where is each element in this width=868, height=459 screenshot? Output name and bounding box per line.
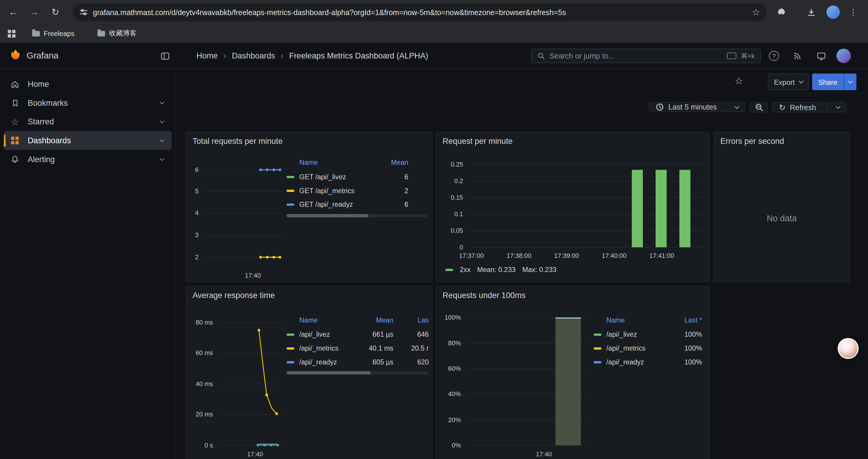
sidebar-item-alerting[interactable]: Alerting	[4, 150, 172, 169]
extensions-button[interactable]	[773, 4, 788, 20]
panel-title[interactable]: Errors per second	[720, 137, 784, 145]
series-dash	[593, 347, 601, 349]
browser-forward-button[interactable]: →	[27, 4, 42, 20]
time-range-picker[interactable]: Last 5 minutes	[649, 102, 745, 112]
series-dash	[286, 333, 294, 335]
series-name[interactable]: GET /api/_readyz	[299, 201, 370, 208]
series-last: 646	[393, 330, 429, 338]
legend-header-last[interactable]: Las	[393, 316, 429, 324]
x-axis-tick: 17:37:00	[456, 252, 487, 259]
legend-row[interactable]: GET /api/_livez 6	[286, 170, 408, 184]
chevron-down-icon	[848, 79, 852, 84]
brand-text[interactable]: Grafana	[27, 42, 59, 68]
legend-header-name[interactable]: Name	[299, 159, 370, 166]
legend-row[interactable]: GET /api/_metrics 2	[286, 184, 408, 198]
sidebar-item-starred[interactable]: ☆ Starred	[4, 112, 172, 131]
legend-header-mean[interactable]: Mean	[354, 316, 393, 324]
bell-icon	[10, 155, 20, 164]
legend: 2xx Mean: 0.233 Max: 0.233	[445, 266, 556, 274]
url-text[interactable]: grafana.mathmast.com/d/deytv4rwavabkb/fr…	[93, 8, 752, 16]
legend-row[interactable]: /api/_metrics 40.1 ms 20.5 r	[286, 341, 429, 355]
legend-header-mean[interactable]: Mean	[370, 159, 408, 166]
search-input[interactable]: Search or jump to... ⌘+k	[531, 49, 761, 63]
legend-header[interactable]: Name Last *	[593, 313, 702, 328]
sidebar-item-label: Home	[28, 80, 49, 89]
scrollbar-thumb[interactable]	[286, 371, 371, 374]
sidebar-item-dashboards[interactable]: Dashboards	[4, 131, 172, 150]
legend-header[interactable]: Name Mean Las	[286, 313, 429, 328]
breadcrumb-item-dashboards[interactable]: Dashboards	[232, 51, 275, 60]
series-last: 100%	[671, 330, 702, 338]
bookmark-item-freeleaps[interactable]: Freeleaps	[32, 24, 74, 42]
legend-row[interactable]: GET /api/_readyz 6	[286, 198, 408, 211]
help-button[interactable]: ?	[766, 48, 782, 64]
y-axis-tick: 0.2	[439, 177, 463, 185]
apps-grid-button[interactable]	[8, 24, 16, 42]
series-mean: 605 µs	[354, 358, 393, 366]
share-label: Share	[818, 78, 838, 86]
legend-row[interactable]: /api/_metrics 100%	[593, 341, 702, 355]
series-name[interactable]: /api/_livez	[299, 330, 354, 338]
kebab-icon: ⋮	[849, 7, 857, 17]
breadcrumb-separator-icon: ›	[281, 51, 284, 61]
sidebar-toggle-button[interactable]	[157, 48, 173, 64]
panel-toggle-icon	[160, 51, 169, 61]
series-last: 100%	[671, 358, 702, 366]
y-axis-tick: 5	[186, 188, 198, 195]
legend-header-name[interactable]: Name	[606, 316, 671, 324]
series-name[interactable]: 2xx	[460, 266, 470, 274]
series-name[interactable]: /api/_readyz	[299, 358, 354, 366]
legend-row[interactable]: /api/_livez 100%	[593, 328, 702, 341]
zoom-out-button[interactable]	[749, 102, 768, 112]
series-name[interactable]: /api/_metrics	[606, 345, 671, 352]
legend-header-name[interactable]: Name	[299, 316, 354, 324]
site-info-icon[interactable]	[79, 8, 88, 17]
sidebar: Home Bookmarks ☆ Starred Dashboards	[0, 69, 176, 459]
monitor-icon	[816, 51, 826, 61]
grafana-profile-avatar[interactable]	[836, 49, 851, 63]
refresh-button[interactable]: ↻ Refresh	[773, 103, 822, 112]
series-name[interactable]: /api/_readyz	[606, 358, 671, 366]
bookmark-item-blog[interactable]: 收藏博客	[97, 24, 137, 42]
dashboard-subtoolbar: ☆ Export Share	[176, 69, 868, 94]
scrollbar-thumb[interactable]	[286, 214, 368, 218]
sidebar-item-bookmarks[interactable]: Bookmarks	[4, 93, 172, 112]
legend-row[interactable]: /api/_readyz 100%	[593, 355, 702, 369]
legend-row[interactable]: /api/_livez 661 µs 646	[286, 328, 429, 341]
export-button[interactable]: Export	[768, 73, 809, 90]
downloads-button[interactable]	[803, 4, 819, 20]
omnibox[interactable]: grafana.mathmast.com/d/deytv4rwavabkb/fr…	[72, 3, 767, 21]
kiosk-mode-button[interactable]	[813, 48, 829, 64]
favorite-star-button[interactable]: ☆	[735, 76, 743, 86]
series-name[interactable]: /api/_livez	[606, 330, 671, 338]
breadcrumb: Home › Dashboards › Freeleaps Metrics Da…	[196, 42, 428, 68]
series-name[interactable]: GET /api/_metrics	[299, 187, 370, 194]
legend-table: Name Mean Las /api/_livez 661 µs 646 /ap…	[286, 313, 429, 369]
panel-title[interactable]: Total requests per minute	[193, 137, 283, 145]
browser-profile-avatar[interactable]	[827, 6, 840, 19]
grafana-logo[interactable]	[9, 49, 22, 62]
news-button[interactable]	[789, 48, 805, 64]
legend-row[interactable]: /api/_readyz 605 µs 620	[286, 355, 429, 369]
browser-menu-button[interactable]: ⋮	[845, 4, 861, 20]
share-button[interactable]: Share	[812, 73, 843, 90]
legend-header[interactable]: Name Mean	[286, 155, 408, 170]
panel-title[interactable]: Requests under 100ms	[442, 291, 526, 300]
panel-title[interactable]: Average response time	[193, 291, 275, 300]
breadcrumb-item-home[interactable]: Home	[196, 51, 218, 60]
y-axis-tick: 3	[186, 231, 198, 239]
series-name[interactable]: GET /api/_livez	[299, 173, 370, 181]
sidebar-item-label: Starred	[28, 117, 54, 126]
panel-title[interactable]: Request per minute	[442, 137, 513, 145]
bookmark-star-icon[interactable]: ☆	[752, 7, 760, 17]
y-axis-tick: 0 s	[186, 441, 213, 449]
browser-back-button[interactable]: ←	[6, 4, 21, 20]
legend-header-last[interactable]: Last *	[671, 316, 702, 324]
browser-toolbar: ← → ↻ grafana.mathmast.com/d/deytv4rwava…	[0, 0, 868, 24]
series-name[interactable]: /api/_metrics	[299, 345, 354, 352]
share-dropdown-button[interactable]	[844, 73, 856, 90]
floating-extension-avatar[interactable]	[838, 338, 859, 359]
refresh-interval-dropdown[interactable]	[832, 106, 844, 109]
browser-reload-button[interactable]: ↻	[48, 4, 63, 20]
sidebar-item-home[interactable]: Home	[4, 75, 172, 94]
